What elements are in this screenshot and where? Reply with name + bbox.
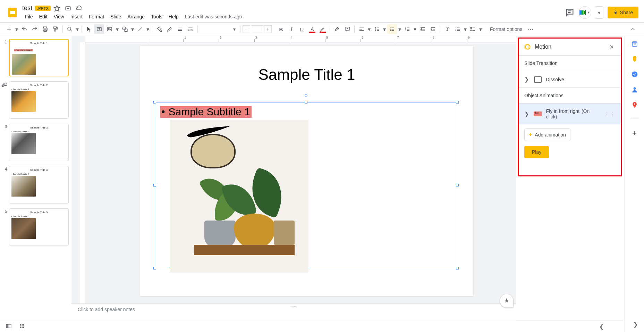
close-icon[interactable] bbox=[608, 43, 615, 50]
resize-handle[interactable] bbox=[456, 267, 459, 269]
speaker-notes[interactable]: ⋯⋯ Click to add speaker notes bbox=[71, 304, 516, 321]
comments-icon[interactable] bbox=[565, 8, 575, 17]
menu-file[interactable]: File bbox=[22, 13, 36, 20]
transition-row[interactable]: ❯ Dissolve bbox=[519, 71, 621, 88]
text-color-button[interactable]: A bbox=[307, 24, 317, 34]
redo-button[interactable] bbox=[30, 24, 40, 34]
font-size-input[interactable] bbox=[251, 25, 263, 33]
menu-arrange[interactable]: Arrange bbox=[125, 13, 147, 20]
rotation-handle[interactable] bbox=[305, 94, 307, 97]
menu-help[interactable]: Help bbox=[166, 13, 181, 20]
paint-format-button[interactable] bbox=[51, 24, 60, 34]
slide-thumb-1[interactable]: 1 Sample Title 1 • Sample Subtitle 1 bbox=[3, 39, 69, 76]
new-slide-button[interactable] bbox=[4, 24, 14, 34]
keep-icon[interactable] bbox=[631, 56, 638, 63]
more-tools-button[interactable]: ⋯ bbox=[526, 24, 535, 34]
slide-thumb-2[interactable]: 2 Sample Title 2 • Sample Subtitle 2 bbox=[3, 81, 69, 119]
italic-button[interactable]: I bbox=[287, 24, 296, 34]
clear-formatting-button[interactable] bbox=[442, 24, 452, 34]
resize-handle[interactable] bbox=[305, 101, 307, 103]
new-slide-dropdown[interactable]: ▾ bbox=[15, 26, 19, 33]
slideshow-dropdown[interactable]: ▼ bbox=[595, 6, 603, 19]
numbered-list-dropdown[interactable]: ▾ bbox=[413, 26, 417, 33]
meet-button[interactable]: ▼ bbox=[579, 6, 591, 19]
decrease-indent-button[interactable] bbox=[418, 24, 427, 34]
line-dropdown[interactable]: ▾ bbox=[146, 26, 150, 33]
menu-format[interactable]: Format bbox=[86, 13, 107, 20]
document-title[interactable]: test bbox=[22, 5, 32, 12]
share-button[interactable]: Share bbox=[608, 7, 638, 18]
undo-button[interactable] bbox=[19, 24, 29, 34]
content-image[interactable] bbox=[170, 120, 308, 273]
fill-color-button[interactable] bbox=[154, 24, 164, 34]
increase-indent-button[interactable] bbox=[428, 24, 438, 34]
collapse-sidepanel-icon[interactable]: ❯ bbox=[633, 321, 638, 328]
canvas-area[interactable]: 123456789 Sample Title 1 •Sample Subtitl… bbox=[71, 36, 516, 321]
grid-view-icon[interactable] bbox=[19, 323, 25, 331]
textbox-button[interactable] bbox=[94, 24, 104, 34]
menu-edit[interactable]: Edit bbox=[36, 13, 50, 20]
resize-handle[interactable] bbox=[153, 267, 156, 269]
line-spacing-dropdown[interactable]: ▾ bbox=[382, 26, 387, 33]
slide-title-text[interactable]: Sample Title 1 bbox=[140, 66, 473, 83]
filmstrip-view-icon[interactable] bbox=[6, 323, 12, 331]
image-button[interactable] bbox=[105, 24, 115, 34]
font-family-select[interactable]: ▾ bbox=[200, 25, 238, 33]
resize-handle[interactable] bbox=[456, 184, 459, 186]
border-color-button[interactable] bbox=[165, 24, 175, 34]
menu-tools[interactable]: Tools bbox=[148, 13, 165, 20]
font-size-decrease[interactable]: − bbox=[243, 25, 250, 33]
menu-view[interactable]: View bbox=[51, 13, 67, 20]
select-tool-button[interactable] bbox=[84, 24, 94, 34]
image-dropdown[interactable]: ▾ bbox=[115, 26, 119, 33]
align-dropdown[interactable]: ▾ bbox=[367, 26, 371, 33]
border-weight-button[interactable] bbox=[175, 24, 185, 34]
subtitle-text[interactable]: •Sample Subtitle 1 bbox=[160, 106, 252, 118]
star-icon[interactable] bbox=[53, 5, 60, 12]
contacts-icon[interactable] bbox=[631, 86, 638, 93]
calendar-icon[interactable]: 31 bbox=[631, 40, 638, 47]
zoom-button[interactable] bbox=[65, 24, 75, 34]
last-edit-link[interactable]: Last edit was seconds ago bbox=[185, 14, 242, 19]
tasks-icon[interactable] bbox=[631, 71, 638, 78]
add-animation-button[interactable]: + Add animation bbox=[524, 128, 570, 141]
list-options-button[interactable] bbox=[453, 24, 463, 34]
align-button[interactable] bbox=[357, 24, 366, 34]
explore-button[interactable] bbox=[500, 294, 514, 308]
collapse-toolbar-button[interactable] bbox=[628, 24, 638, 34]
bullet-list-dropdown[interactable]: ▾ bbox=[398, 26, 402, 33]
content-textbox[interactable]: •Sample Subtitle 1 bbox=[155, 102, 457, 268]
insert-link-button[interactable] bbox=[332, 24, 342, 34]
bold-button[interactable]: B bbox=[276, 24, 286, 34]
filmstrip[interactable]: 1 Sample Title 1 • Sample Subtitle 1 2 S… bbox=[0, 36, 71, 321]
border-dash-button[interactable] bbox=[186, 24, 195, 34]
speaker-notes-drag-handle[interactable]: ⋯⋯ bbox=[78, 305, 510, 307]
bullet-list-button[interactable] bbox=[387, 24, 397, 34]
numbered-list-button[interactable]: 123 bbox=[402, 24, 412, 34]
slide-canvas[interactable]: Sample Title 1 •Sample Subtitle 1 bbox=[140, 46, 473, 296]
zoom-dropdown[interactable]: ▾ bbox=[75, 26, 79, 33]
slide-thumb-4[interactable]: 4 Sample Title 4 • Sample Subtitle 4 bbox=[3, 166, 69, 204]
drag-handle-icon[interactable]: ⋮⋮ bbox=[604, 111, 615, 117]
checklist-button[interactable] bbox=[468, 24, 478, 34]
checklist-dropdown[interactable]: ▾ bbox=[478, 26, 483, 33]
resize-handle[interactable] bbox=[153, 101, 156, 103]
underline-button[interactable]: U bbox=[297, 24, 307, 34]
list-options-dropdown[interactable]: ▾ bbox=[463, 26, 467, 33]
animation-row[interactable]: ❯ • Sam Fly in from right (On click) ⋮⋮ bbox=[519, 103, 621, 124]
resize-handle[interactable] bbox=[456, 101, 459, 103]
move-icon[interactable] bbox=[65, 5, 71, 12]
format-options-button[interactable]: Format options bbox=[487, 25, 525, 33]
collapse-filmstrip-icon[interactable]: ❮ bbox=[599, 323, 604, 330]
add-addon-button[interactable]: + bbox=[632, 129, 637, 138]
slides-logo-icon[interactable] bbox=[6, 6, 19, 19]
resize-handle[interactable] bbox=[153, 184, 156, 186]
insert-comment-button[interactable] bbox=[342, 24, 352, 34]
shape-dropdown[interactable]: ▾ bbox=[130, 26, 135, 33]
menu-insert[interactable]: Insert bbox=[68, 13, 85, 20]
print-button[interactable] bbox=[40, 24, 50, 34]
menu-slide[interactable]: Slide bbox=[108, 13, 124, 20]
line-button[interactable] bbox=[135, 24, 145, 34]
cloud-status-icon[interactable] bbox=[76, 5, 83, 12]
slide-thumb-5[interactable]: 5 Sample Title 5 • Sample Subtitle 5 bbox=[3, 208, 69, 246]
